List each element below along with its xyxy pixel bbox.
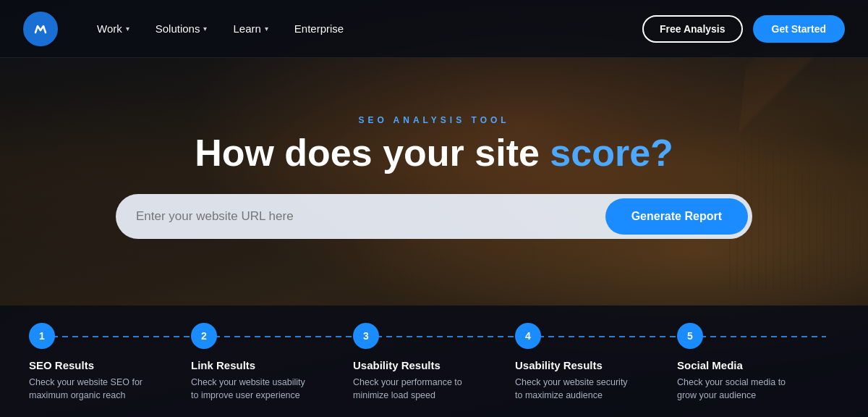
step-desc-5: Check your social media to grow your aud… xyxy=(677,376,793,403)
step-title-3: Usability Results xyxy=(353,359,441,371)
hero-title: How does your site score? xyxy=(195,132,673,174)
page-container: Work ▾ Solutions ▾ Learn ▾ Enterprise Fr… xyxy=(0,0,868,417)
step-item-4: 4 Usability Results Check your website s… xyxy=(515,323,677,403)
step-desc-3: Check your performance to minimize load … xyxy=(353,376,469,403)
navbar: Work ▾ Solutions ▾ Learn ▾ Enterprise Fr… xyxy=(0,0,868,58)
nav-item-work[interactable]: Work ▾ xyxy=(87,17,140,41)
nav-actions: Free Analysis Get Started xyxy=(642,15,845,43)
nav-item-solutions[interactable]: Solutions ▾ xyxy=(145,17,218,41)
step-title-1: SEO Results xyxy=(29,359,94,371)
tool-label: SEO ANALYSIS TOOL xyxy=(358,115,509,125)
step-desc-2: Check your website usability to improve … xyxy=(191,376,307,403)
step-circle-5: 5 xyxy=(677,323,703,349)
logo[interactable] xyxy=(23,12,58,46)
step-item-2: 2 Link Results Check your website usabil… xyxy=(191,323,353,403)
generate-report-button[interactable]: Generate Report xyxy=(605,198,748,235)
search-bar: Generate Report xyxy=(116,194,752,239)
step-circle-4: 4 xyxy=(515,323,541,349)
free-analysis-button[interactable]: Free Analysis xyxy=(642,15,743,43)
step-circle-3: 3 xyxy=(353,323,379,349)
url-input[interactable] xyxy=(116,196,601,237)
step-item-3: 3 Usability Results Check your performan… xyxy=(353,323,515,403)
nav-item-enterprise[interactable]: Enterprise xyxy=(284,17,354,41)
chevron-down-icon: ▾ xyxy=(203,25,207,33)
step-circle-1: 1 xyxy=(29,323,55,349)
steps-timeline: 1 SEO Results Check your website SEO for… xyxy=(29,323,839,403)
step-desc-1: Check your website SEO for maximum organ… xyxy=(29,376,145,403)
chevron-down-icon: ▾ xyxy=(265,25,268,33)
step-item-5: 5 Social Media Check your social media t… xyxy=(677,323,839,403)
step-item-1: 1 SEO Results Check your website SEO for… xyxy=(29,323,191,403)
step-title-2: Link Results xyxy=(191,359,255,371)
step-desc-4: Check your website security to maximize … xyxy=(515,376,631,403)
hero-section: SEO ANALYSIS TOOL How does your site sco… xyxy=(0,58,868,306)
step-title-4: Usability Results xyxy=(515,359,603,371)
nav-links: Work ▾ Solutions ▾ Learn ▾ Enterprise xyxy=(87,17,642,41)
step-circle-2: 2 xyxy=(191,323,217,349)
nav-item-learn[interactable]: Learn ▾ xyxy=(223,17,278,41)
get-started-button[interactable]: Get Started xyxy=(753,15,845,43)
steps-section: 1 SEO Results Check your website SEO for… xyxy=(0,306,868,418)
chevron-down-icon: ▾ xyxy=(126,25,129,33)
step-title-5: Social Media xyxy=(677,359,743,371)
